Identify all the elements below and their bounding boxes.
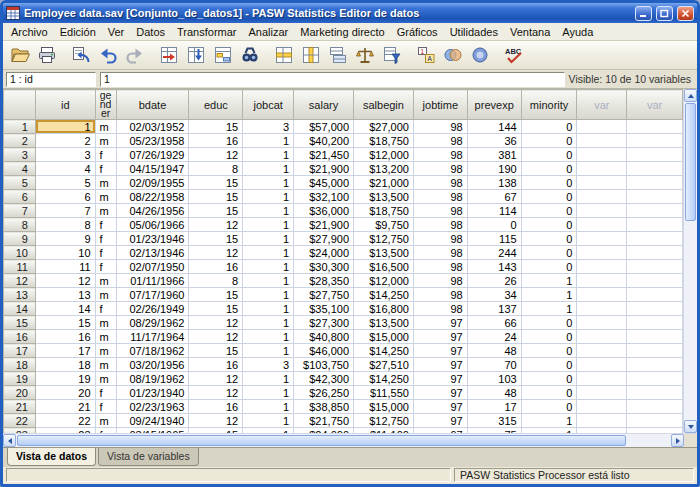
cell-empty[interactable] bbox=[627, 400, 683, 414]
cell-r21-bdate[interactable]: 02/23/1963 bbox=[116, 400, 189, 414]
cell-r4-prevexp[interactable]: 190 bbox=[467, 162, 521, 176]
cell-r4-id[interactable]: 4 bbox=[35, 162, 95, 176]
cell-r18-salbegin[interactable]: $27,510 bbox=[354, 358, 414, 372]
cell-empty[interactable] bbox=[577, 288, 627, 302]
use-variable-sets-button[interactable] bbox=[440, 42, 466, 68]
vertical-scroll-track[interactable] bbox=[684, 102, 697, 420]
cell-empty[interactable] bbox=[577, 120, 627, 134]
cell-r17-jobtime[interactable]: 97 bbox=[413, 344, 467, 358]
cell-r15-gender[interactable]: m bbox=[95, 316, 116, 330]
cell-empty[interactable] bbox=[627, 148, 683, 162]
cell-r12-educ[interactable]: 8 bbox=[189, 274, 243, 288]
cell-empty[interactable] bbox=[627, 316, 683, 330]
variables-button[interactable] bbox=[210, 42, 236, 68]
column-header-gender[interactable]: gender bbox=[95, 90, 116, 120]
row-number[interactable]: 9 bbox=[4, 232, 36, 246]
cell-r13-minority[interactable]: 1 bbox=[521, 288, 577, 302]
row-number[interactable]: 5 bbox=[4, 176, 36, 190]
cell-r17-salary[interactable]: $46,000 bbox=[294, 344, 354, 358]
value-labels-button[interactable]: 1A bbox=[413, 42, 439, 68]
cell-empty[interactable] bbox=[627, 120, 683, 134]
cell-empty[interactable] bbox=[577, 218, 627, 232]
cell-r13-salbegin[interactable]: $14,250 bbox=[354, 288, 414, 302]
cell-r12-salbegin[interactable]: $12,000 bbox=[354, 274, 414, 288]
cell-r19-jobtime[interactable]: 97 bbox=[413, 372, 467, 386]
cell-r5-jobcat[interactable]: 1 bbox=[243, 176, 294, 190]
cell-empty[interactable] bbox=[627, 162, 683, 176]
cell-r11-educ[interactable]: 16 bbox=[189, 260, 243, 274]
menu-edici-n[interactable]: Edición bbox=[54, 24, 102, 40]
cell-r3-id[interactable]: 3 bbox=[35, 148, 95, 162]
cell-r17-educ[interactable]: 15 bbox=[189, 344, 243, 358]
cell-r10-salary[interactable]: $24,000 bbox=[294, 246, 354, 260]
cell-r8-minority[interactable]: 0 bbox=[521, 218, 577, 232]
cell-r22-gender[interactable]: m bbox=[95, 414, 116, 428]
cell-r17-prevexp[interactable]: 48 bbox=[467, 344, 521, 358]
cell-r22-id[interactable]: 22 bbox=[35, 414, 95, 428]
cell-r6-prevexp[interactable]: 67 bbox=[467, 190, 521, 204]
cell-r9-salary[interactable]: $27,900 bbox=[294, 232, 354, 246]
cell-r14-salbegin[interactable]: $16,800 bbox=[354, 302, 414, 316]
cell-r17-id[interactable]: 17 bbox=[35, 344, 95, 358]
cell-empty[interactable] bbox=[577, 316, 627, 330]
scroll-down-button[interactable] bbox=[684, 420, 697, 433]
cell-r17-gender[interactable]: m bbox=[95, 344, 116, 358]
cell-r6-salbegin[interactable]: $13,500 bbox=[354, 190, 414, 204]
cell-r2-id[interactable]: 2 bbox=[35, 134, 95, 148]
weight-cases-button[interactable] bbox=[352, 42, 378, 68]
cell-r1-jobcat[interactable]: 3 bbox=[243, 120, 294, 134]
cell-r12-id[interactable]: 12 bbox=[35, 274, 95, 288]
cell-r5-educ[interactable]: 15 bbox=[189, 176, 243, 190]
cell-r2-salary[interactable]: $40,200 bbox=[294, 134, 354, 148]
cell-r16-prevexp[interactable]: 24 bbox=[467, 330, 521, 344]
cell-r8-salary[interactable]: $21,900 bbox=[294, 218, 354, 232]
row-number[interactable]: 10 bbox=[4, 246, 36, 260]
cell-r11-gender[interactable]: f bbox=[95, 260, 116, 274]
cell-r2-jobcat[interactable]: 1 bbox=[243, 134, 294, 148]
cell-r22-prevexp[interactable]: 315 bbox=[467, 414, 521, 428]
cell-empty[interactable] bbox=[577, 302, 627, 316]
cell-r6-gender[interactable]: m bbox=[95, 190, 116, 204]
spell-check-button[interactable]: ABC bbox=[501, 42, 527, 68]
cell-r20-jobtime[interactable]: 97 bbox=[413, 386, 467, 400]
cell-r9-id[interactable]: 9 bbox=[35, 232, 95, 246]
cell-r10-gender[interactable]: f bbox=[95, 246, 116, 260]
cell-r5-salary[interactable]: $45,000 bbox=[294, 176, 354, 190]
cell-empty[interactable] bbox=[627, 288, 683, 302]
cell-r16-salary[interactable]: $40,800 bbox=[294, 330, 354, 344]
cell-r16-jobcat[interactable]: 1 bbox=[243, 330, 294, 344]
cell-r5-bdate[interactable]: 02/09/1955 bbox=[116, 176, 189, 190]
cell-r12-prevexp[interactable]: 26 bbox=[467, 274, 521, 288]
cell-empty[interactable] bbox=[577, 204, 627, 218]
column-header-jobtime[interactable]: jobtime bbox=[413, 90, 467, 120]
cell-r2-gender[interactable]: m bbox=[95, 134, 116, 148]
cell-r20-minority[interactable]: 0 bbox=[521, 386, 577, 400]
menu-ventana[interactable]: Ventana bbox=[504, 24, 556, 40]
cell-empty[interactable] bbox=[627, 372, 683, 386]
cell-r7-minority[interactable]: 0 bbox=[521, 204, 577, 218]
cell-r8-gender[interactable]: f bbox=[95, 218, 116, 232]
cell-r4-salary[interactable]: $21,900 bbox=[294, 162, 354, 176]
cell-r22-minority[interactable]: 1 bbox=[521, 414, 577, 428]
cell-empty[interactable] bbox=[627, 190, 683, 204]
cell-r22-bdate[interactable]: 09/24/1940 bbox=[116, 414, 189, 428]
cell-empty[interactable] bbox=[577, 134, 627, 148]
cell-r21-jobtime[interactable]: 97 bbox=[413, 400, 467, 414]
cell-r14-bdate[interactable]: 02/26/1949 bbox=[116, 302, 189, 316]
cell-r19-prevexp[interactable]: 103 bbox=[467, 372, 521, 386]
cell-r22-salbegin[interactable]: $12,750 bbox=[354, 414, 414, 428]
cell-r21-id[interactable]: 21 bbox=[35, 400, 95, 414]
cell-r11-prevexp[interactable]: 143 bbox=[467, 260, 521, 274]
cell-empty[interactable] bbox=[577, 162, 627, 176]
cell-r8-salbegin[interactable]: $9,750 bbox=[354, 218, 414, 232]
cell-r12-jobtime[interactable]: 98 bbox=[413, 274, 467, 288]
row-number[interactable]: 4 bbox=[4, 162, 36, 176]
cell-empty[interactable] bbox=[577, 232, 627, 246]
print-button[interactable] bbox=[34, 42, 60, 68]
cell-r1-gender[interactable]: m bbox=[95, 120, 116, 134]
row-number[interactable]: 8 bbox=[4, 218, 36, 232]
cell-r17-bdate[interactable]: 07/18/1962 bbox=[116, 344, 189, 358]
cell-r15-jobcat[interactable]: 1 bbox=[243, 316, 294, 330]
cell-r16-educ[interactable]: 12 bbox=[189, 330, 243, 344]
cell-r7-salary[interactable]: $36,000 bbox=[294, 204, 354, 218]
